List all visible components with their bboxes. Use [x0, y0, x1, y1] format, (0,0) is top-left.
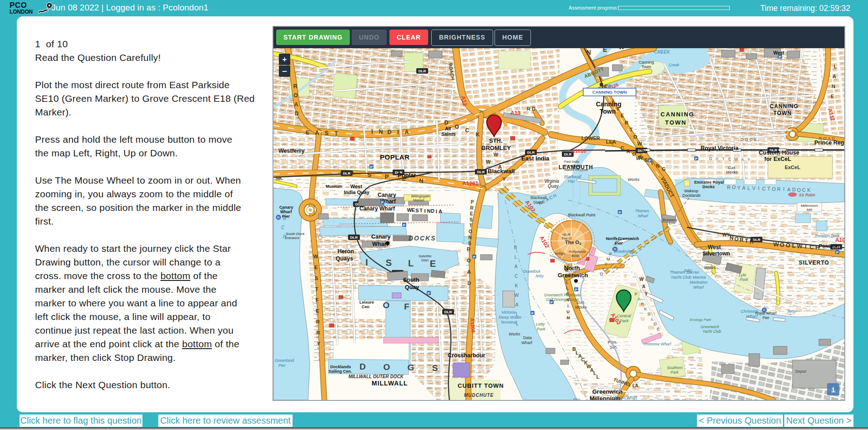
svg-text:W: W: [637, 141, 642, 146]
svg-text:D: D: [468, 280, 471, 286]
svg-text:Docklands: Docklands: [330, 365, 351, 369]
svg-text:South: South: [403, 277, 419, 283]
svg-text:MILLWALL OUTER DOCK: MILLWALL OUTER DOCK: [348, 374, 404, 379]
svg-text:E: E: [603, 48, 607, 53]
svg-text:A: A: [283, 216, 286, 221]
svg-text:TOWN: TOWN: [773, 110, 792, 116]
svg-text:The O: The O: [561, 236, 571, 240]
svg-text:Y: Y: [605, 262, 607, 266]
svg-text:Pier: Pier: [573, 397, 580, 400]
svg-text:T: T: [767, 186, 771, 191]
svg-text:W: W: [515, 293, 519, 298]
svg-text:Blackwall: Blackwall: [564, 175, 582, 179]
svg-text:P: P: [550, 300, 553, 305]
svg-text:I: I: [758, 185, 760, 191]
svg-text:I: I: [371, 129, 373, 135]
svg-text:L: L: [566, 286, 569, 290]
svg-text:A: A: [741, 157, 744, 162]
svg-text:P: P: [649, 159, 651, 163]
svg-text:Terminal: Terminal: [500, 320, 517, 325]
svg-text:Emirates Royal: Emirates Royal: [694, 180, 724, 185]
svg-text:Canning: Canning: [639, 60, 654, 65]
svg-text:A: A: [515, 264, 518, 269]
svg-text:R: R: [727, 185, 731, 190]
svg-text:E: E: [306, 130, 309, 136]
svg-text:Heron: Heron: [338, 248, 354, 255]
svg-text:P: P: [370, 165, 373, 169]
svg-text:N: N: [730, 235, 734, 241]
svg-text:Works: Works: [704, 265, 716, 270]
svg-text:Leisure: Leisure: [359, 300, 374, 305]
svg-text:DLR: DLR: [444, 310, 452, 314]
svg-text:P: P: [531, 311, 534, 315]
svg-text:W: W: [639, 277, 644, 282]
svg-text:F: F: [404, 302, 409, 311]
svg-text:P: P: [836, 250, 839, 255]
svg-text:Brewery: Brewery: [662, 218, 678, 222]
svg-text:CANNING: CANNING: [770, 103, 798, 110]
svg-text:Millennium: Millennium: [801, 204, 818, 208]
svg-text:P: P: [779, 55, 782, 59]
svg-text:Thames: Thames: [635, 209, 649, 213]
svg-text:Town: Town: [600, 108, 616, 115]
svg-text:W: W: [313, 254, 318, 259]
svg-text:CUBITT TOWN: CUBITT TOWN: [458, 382, 504, 389]
svg-text:W: W: [734, 157, 738, 161]
svg-text:S: S: [469, 217, 473, 222]
svg-text:E: E: [314, 265, 318, 270]
svg-text:SILVERTO: SILVERTO: [799, 260, 829, 266]
svg-text:CANNING: CANNING: [661, 111, 695, 118]
svg-text:Greenwich: Greenwich: [701, 325, 719, 329]
svg-text:Bowl: Bowl: [571, 254, 580, 258]
svg-text:Wharf: Wharf: [693, 285, 704, 290]
svg-text:Town: Town: [641, 65, 651, 69]
svg-text:DLR: DLR: [477, 170, 485, 174]
svg-text:N: N: [832, 84, 835, 89]
svg-text:O: O: [293, 92, 298, 99]
svg-text:O: O: [469, 229, 472, 234]
svg-text:+: +: [283, 55, 287, 64]
svg-text:I: I: [397, 129, 399, 135]
svg-text:R: R: [317, 330, 320, 335]
svg-text:L: L: [596, 374, 600, 380]
svg-text:O: O: [467, 258, 471, 263]
svg-text:West: West: [708, 244, 721, 250]
svg-text:O: O: [797, 187, 801, 193]
svg-text:LOWER: LOWER: [581, 135, 600, 141]
svg-text:A: A: [716, 156, 718, 161]
svg-text:Data: Data: [523, 335, 532, 340]
svg-text:CREEK: CREEK: [654, 50, 671, 55]
svg-text:W: W: [773, 241, 779, 248]
svg-text:Y: Y: [502, 176, 506, 182]
svg-text:WY: WY: [636, 156, 643, 161]
svg-text:P: P: [385, 173, 389, 180]
svg-text:Blackwall Point: Blackwall Point: [568, 213, 595, 217]
svg-text:O: O: [633, 134, 637, 140]
svg-text:Central: Central: [617, 313, 631, 318]
svg-text:T: T: [334, 130, 338, 137]
svg-text:H: H: [283, 234, 287, 239]
svg-text:R: R: [740, 237, 744, 243]
svg-text:K: K: [515, 283, 518, 288]
svg-text:R: R: [763, 309, 765, 312]
svg-text:Pier: Pier: [762, 315, 769, 320]
svg-text:Y: Y: [737, 185, 740, 190]
svg-text:South Dock: South Dock: [286, 232, 305, 236]
svg-text:Bus: Bus: [605, 83, 611, 87]
svg-text:Primrose Wharf: Primrose Wharf: [644, 342, 672, 346]
svg-text:I: I: [651, 317, 653, 321]
svg-text:W: W: [618, 48, 625, 50]
svg-text:E: E: [412, 207, 415, 213]
svg-text:The O2: The O2: [565, 240, 581, 246]
svg-text:Y: Y: [747, 157, 750, 162]
svg-text:–: –: [282, 66, 287, 75]
svg-text:H: H: [750, 239, 754, 245]
svg-text:MUDCHUTE: MUDCHUTE: [464, 393, 494, 398]
svg-text:S: S: [415, 208, 419, 213]
svg-text:DLR: DLR: [350, 235, 358, 240]
svg-text:T: T: [315, 286, 318, 292]
svg-text:A1020: A1020: [571, 148, 586, 154]
svg-text:A: A: [467, 269, 471, 275]
svg-text:D: D: [359, 362, 366, 371]
svg-text:S: S: [368, 171, 372, 178]
